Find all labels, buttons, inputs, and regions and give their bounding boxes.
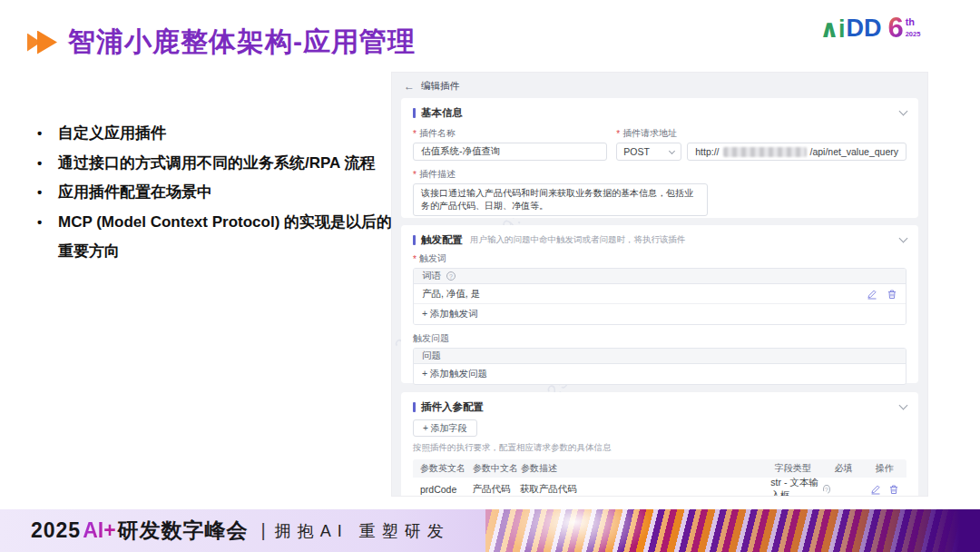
plugin-desc-textarea[interactable]: 该接口通过输入产品代码和时间来获取业务数据的基本信息，包括业务的产品代码、日期、… (413, 183, 708, 216)
col-header-type: 字段类型 (775, 462, 835, 475)
footer-banner: 2025 AI+ 研发数字峰会 | 拥抱AI 重塑研发 (0, 509, 980, 552)
trigger-section-hint: 用户输入的问题中命中触发词或者问题时，将执行该插件 (470, 234, 686, 246)
params-table: 参数英文名 参数中文名 参数描述 字段类型 必填 操作 prdCode 产品代码… (413, 459, 906, 496)
edit-icon[interactable] (870, 484, 881, 495)
bullet-list: 自定义应用插件 通过接口的方式调用不同的业务系统/RPA 流程 应用插件配置在场… (31, 119, 392, 267)
trigger-question-label: 触发问题 (413, 332, 449, 345)
param-desc: 获取产品代码 (520, 483, 771, 496)
trigger-word-row: 产品, 净值, 是 (414, 284, 906, 304)
add-trigger-word-button[interactable]: + 添加触发词 (414, 304, 906, 324)
footer-divider: | (261, 520, 266, 541)
plugin-desc-label: 插件描述 (419, 168, 456, 181)
section-title-trigger: 触发配置 (421, 233, 463, 247)
footer-artwork (485, 509, 980, 552)
param-row: prdCode 产品代码 获取产品代码 str - 文本输入框 ? (413, 478, 906, 496)
col-header-en-name: 参数英文名 (420, 462, 473, 475)
plugin-editor-screenshot: 2025-05-16 17:39:02 2025-05-16 17:39:02 … (392, 73, 927, 496)
presentation-slide: 智浦小鹿整体架构-应用管理 ∧i DD 6 th 2025 自定义应用插件 通过… (0, 0, 980, 552)
bullet-item: 自定义应用插件 (31, 119, 392, 149)
params-hint: 按照插件的执行要求，配置相应请求参数的具体信息 (413, 442, 906, 454)
http-method-select[interactable]: POST (616, 143, 681, 161)
basic-info-card: 基本信息 * 插件名称 估值系统-净值查询 * 插件请求地址 (401, 98, 918, 218)
edit-icon[interactable] (867, 289, 877, 300)
footer-ai-plus: AI+ (83, 518, 115, 543)
help-icon[interactable]: ? (446, 271, 456, 281)
add-field-button[interactable]: + 添加字段 (413, 419, 477, 437)
chevron-down-icon[interactable] (899, 106, 908, 115)
section-title-params: 插件入参配置 (421, 400, 484, 414)
request-url-label: 插件请求地址 (622, 127, 677, 140)
col-header-actions: 操作 (876, 462, 899, 475)
footer-summit-name: 研发数字峰会 (118, 517, 249, 545)
col-header-cn-name: 参数中文名 (473, 462, 521, 475)
delete-icon[interactable] (887, 289, 897, 300)
trigger-config-card: 触发配置 用户输入的问题中命中触发词或者问题时，将执行该插件 * 触发词 词语 … (401, 225, 918, 383)
chevron-down-icon[interactable] (899, 400, 908, 409)
add-trigger-question-button[interactable]: + 添加触发问题 (414, 364, 906, 384)
chevron-down-icon (669, 147, 675, 153)
param-type: str - 文本输入框 (770, 477, 818, 496)
param-en-name: prdCode (420, 484, 472, 495)
required-mark: * (413, 129, 416, 139)
logo-edition-year: 2025 (906, 30, 921, 39)
back-arrow-icon[interactable]: ← (404, 80, 415, 93)
redacted-host-segment (723, 147, 807, 157)
required-mark: * (413, 170, 416, 180)
trigger-word-table: 词语 ? 产品, 净值, 是 + 添加触发词 (413, 268, 906, 325)
editor-breadcrumb[interactable]: ← 编辑插件 (404, 78, 918, 94)
col-header-required: 必填 (835, 462, 876, 475)
request-url-input[interactable]: http:// /api/net_value_query (687, 143, 906, 161)
param-cn-name: 产品代码 (472, 483, 519, 496)
plugin-name-input[interactable]: 估值系统-净值查询 (413, 143, 607, 161)
aidd-logo: ∧i DD 6 th 2025 (819, 15, 920, 44)
section-bar (413, 402, 416, 412)
section-title-basic-info: 基本信息 (421, 106, 463, 120)
required-mark: * (413, 254, 416, 264)
logo-ai-mark: ∧i (819, 15, 844, 44)
col-header-desc: 参数描述 (521, 462, 775, 475)
bullet-item: 应用插件配置在场景中 (31, 178, 392, 208)
footer-text: 2025 AI+ 研发数字峰会 | 拥抱AI 重塑研发 (31, 509, 450, 552)
chevron-down-icon[interactable] (899, 233, 908, 242)
word-column-header: 词语 (422, 270, 441, 282)
section-bar (413, 235, 416, 245)
section-bar (413, 108, 416, 118)
bullet-item: MCP (Model Context Protocol) 的实现是以后的重要方向 (31, 208, 392, 267)
plugin-name-label: 插件名称 (419, 127, 456, 140)
slide-header: 智浦小鹿整体架构-应用管理 (27, 24, 416, 61)
logo-edition-suffix: th (906, 17, 921, 26)
required-mark: * (616, 129, 620, 139)
double-arrow-icon (27, 31, 57, 54)
delete-icon[interactable] (888, 484, 899, 495)
trigger-word-label: 触发词 (419, 252, 446, 265)
bullet-item: 通过接口的方式调用不同的业务系统/RPA 流程 (31, 149, 392, 179)
footer-year: 2025 (31, 518, 81, 543)
logo-dd-mark: DD (846, 15, 881, 43)
logo-edition-number: 6 (887, 15, 903, 42)
plugin-params-card: 插件入参配置 + 添加字段 按照插件的执行要求，配置相应请求参数的具体信息 参数… (401, 392, 918, 496)
question-column-header: 问题 (422, 350, 441, 362)
trigger-question-table: 问题 + 添加触发问题 (413, 348, 906, 385)
footer-slogan: 拥抱AI 重塑研发 (275, 520, 450, 542)
editor-title: 编辑插件 (421, 80, 459, 93)
page-title: 智浦小鹿整体架构-应用管理 (68, 24, 416, 61)
